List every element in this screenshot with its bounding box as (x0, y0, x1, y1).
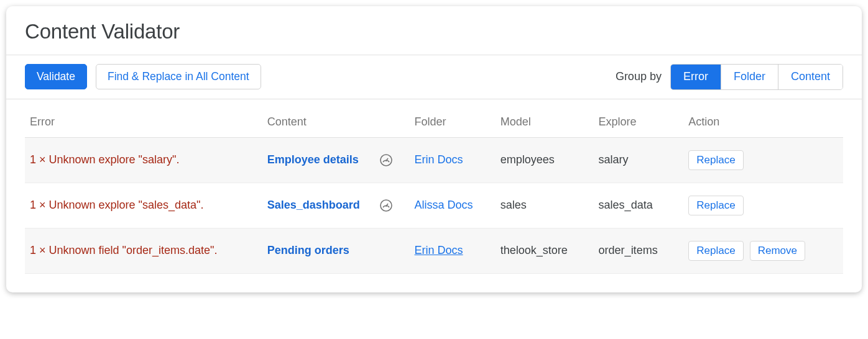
title-bar: Content Validator (6, 6, 862, 55)
col-header-explore: Explore (594, 99, 684, 138)
table-header-row: Error Content Folder Model Explore Actio… (25, 99, 843, 138)
cell-content: Sales_dashboard (262, 183, 410, 228)
cell-error: 1 × Unknown field "order_items.date". (25, 228, 262, 273)
col-header-model: Model (496, 99, 594, 138)
cell-folder: Erin Docs (410, 228, 496, 273)
remove-button[interactable]: Remove (750, 241, 805, 261)
svg-point-5 (386, 206, 387, 207)
content-validator-card: Content Validator Validate Find & Replac… (6, 6, 862, 292)
table-row: 1 × Unknown field "order_items.date".Pen… (25, 228, 843, 273)
cell-action: Replace (683, 137, 843, 183)
cell-folder: Erin Docs (410, 137, 496, 183)
folder-link[interactable]: Erin Docs (415, 244, 463, 256)
folder-link[interactable]: Alissa Docs (415, 199, 473, 211)
cell-error: 1 × Unknown explore "salary". (25, 137, 262, 183)
cell-content: Employee details (262, 137, 410, 183)
col-header-error: Error (25, 99, 262, 138)
group-by-error-tab[interactable]: Error (671, 65, 721, 89)
cell-model: thelook_store (496, 228, 594, 273)
toolbar-left: Validate Find & Replace in All Content (25, 64, 261, 89)
validate-button[interactable]: Validate (25, 64, 87, 89)
col-header-action: Action (683, 99, 843, 138)
col-header-content: Content (262, 99, 410, 138)
content-link[interactable]: Pending orders (267, 244, 349, 257)
find-replace-button[interactable]: Find & Replace in All Content (96, 64, 261, 89)
group-by-label: Group by (616, 70, 662, 83)
table-row: 1 × Unknown explore "sales_data".Sales_d… (25, 183, 843, 228)
gauge-icon (379, 198, 394, 213)
error-text: 1 × Unknown explore "sales_data". (30, 199, 203, 211)
svg-point-2 (386, 160, 387, 161)
cell-model: sales (496, 183, 594, 228)
errors-table: Error Content Folder Model Explore Actio… (25, 99, 843, 274)
error-text: 1 × Unknown explore "salary". (30, 153, 179, 166)
toolbar-right: Group by Error Folder Content (616, 64, 843, 90)
toolbar: Validate Find & Replace in All Content G… (6, 55, 862, 99)
cell-content: Pending orders (262, 228, 410, 273)
cell-error: 1 × Unknown explore "sales_data". (25, 183, 262, 228)
group-by-segmented: Error Folder Content (670, 64, 843, 90)
col-header-folder: Folder (410, 99, 496, 138)
replace-button[interactable]: Replace (688, 150, 743, 170)
replace-button[interactable]: Replace (688, 241, 743, 261)
content-link[interactable]: Sales_dashboard (267, 199, 360, 212)
error-text: 1 × Unknown field "order_items.date". (30, 244, 217, 256)
cell-model: employees (496, 137, 594, 183)
gauge-icon (379, 153, 394, 168)
folder-link[interactable]: Erin Docs (415, 153, 463, 166)
table-wrap: Error Content Folder Model Explore Actio… (6, 99, 862, 292)
page-title: Content Validator (25, 20, 843, 43)
group-by-content-tab[interactable]: Content (778, 65, 843, 89)
cell-explore: sales_data (594, 183, 684, 228)
content-link[interactable]: Employee details (267, 153, 359, 166)
replace-button[interactable]: Replace (688, 196, 743, 215)
group-by-folder-tab[interactable]: Folder (721, 65, 778, 89)
cell-folder: Alissa Docs (410, 183, 496, 228)
cell-explore: order_items (594, 228, 684, 273)
cell-action: Replace (683, 183, 843, 228)
cell-explore: salary (594, 137, 684, 183)
cell-action: ReplaceRemove (683, 228, 843, 273)
table-row: 1 × Unknown explore "salary".Employee de… (25, 137, 843, 183)
